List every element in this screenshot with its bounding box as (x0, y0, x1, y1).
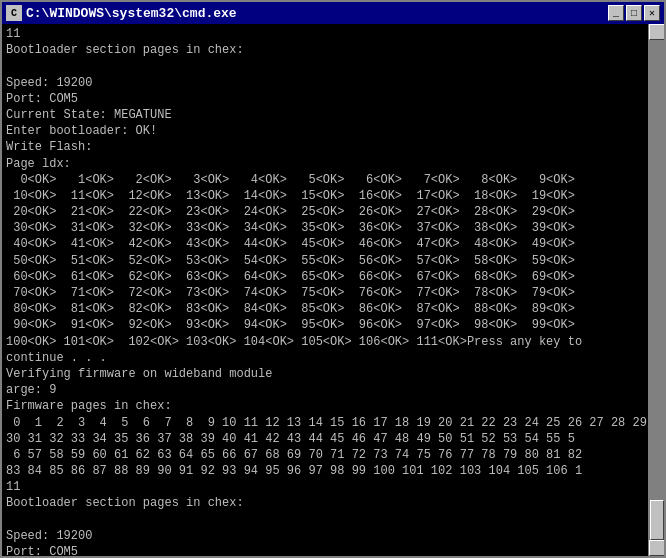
minimize-button[interactable]: _ (608, 5, 624, 21)
scroll-up-button[interactable]: ▲ (649, 24, 665, 40)
terminal-output: 11 Bootloader section pages in chex: Spe… (2, 24, 648, 556)
content-area: 11 Bootloader section pages in chex: Spe… (2, 24, 664, 556)
title-bar-buttons: _ □ ✕ (608, 5, 660, 21)
cmd-icon: C (6, 5, 22, 21)
window-title: C:\WINDOWS\system32\cmd.exe (26, 6, 237, 21)
maximize-button[interactable]: □ (626, 5, 642, 21)
close-button[interactable]: ✕ (644, 5, 660, 21)
cmd-window: C C:\WINDOWS\system32\cmd.exe _ □ ✕ 11 B… (0, 0, 666, 558)
scrollbar[interactable]: ▲ ▼ (648, 24, 664, 556)
title-bar: C C:\WINDOWS\system32\cmd.exe _ □ ✕ (2, 2, 664, 24)
scroll-thumb[interactable] (650, 500, 664, 540)
scroll-down-button[interactable]: ▼ (649, 540, 665, 556)
scroll-track[interactable] (649, 40, 664, 540)
title-bar-left: C C:\WINDOWS\system32\cmd.exe (6, 5, 237, 21)
